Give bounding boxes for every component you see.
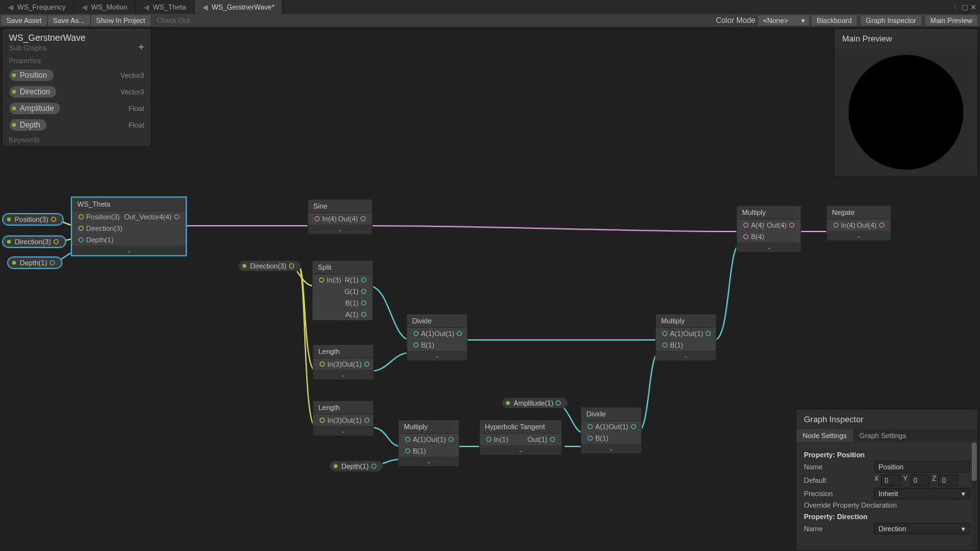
token-position[interactable]: Position(3) — [3, 214, 63, 225]
node-sine[interactable]: Sine In(4)Out(4) ⌄ — [308, 199, 373, 235]
node-negate[interactable]: Negate In(4)Out(4) ⌄ — [826, 205, 891, 241]
property-position[interactable]: PositionVector3 — [3, 67, 151, 84]
toolbar: Save Asset Save As... Show In Project Ch… — [0, 14, 980, 27]
main-preview-panel[interactable]: Main Preview — [834, 28, 978, 177]
blackboard-subtitle: Sub Graphs — [9, 44, 144, 52]
color-mode-dropdown[interactable]: <None> — [758, 15, 809, 26]
name2-field[interactable]: Direction — [874, 523, 970, 534]
name-field[interactable]: Position — [874, 461, 970, 473]
main-preview-title: Main Preview — [835, 29, 977, 48]
tab-gerstner[interactable]: ⫷WS_GerstnerWave* — [195, 0, 283, 14]
tab-frequency[interactable]: ⫷WS_Frequency — [0, 0, 74, 14]
node-length2[interactable]: Length In(3)Out(1) ⌄ — [313, 400, 374, 436]
property-direction[interactable]: DirectionVector3 — [3, 84, 151, 100]
color-mode-label: Color Mode — [716, 16, 755, 25]
property-amplitude[interactable]: AmplitudeFloat — [3, 100, 151, 117]
token-direction[interactable]: Direction(3) — [3, 236, 66, 247]
chevron-down-icon[interactable]: ⌄ — [737, 242, 801, 252]
properties-section: Properties — [3, 54, 151, 67]
default-y-field[interactable]: 0 — [910, 474, 930, 486]
token-direction2[interactable]: Direction(3) — [238, 260, 301, 272]
inspector-scrollbar[interactable] — [972, 443, 977, 549]
chevron-down-icon[interactable]: ⌄ — [827, 231, 891, 240]
inspector-title: Graph Inspector — [796, 409, 977, 429]
blackboard-panel[interactable]: WS_GerstnerWave Sub Graphs + Properties … — [2, 28, 151, 147]
menu-icon[interactable]: ⋮ — [952, 3, 959, 11]
save-asset-button[interactable]: Save Asset — [1, 15, 47, 26]
node-multiply3[interactable]: Multiply A(1)Out(1) B(1) ⌄ — [655, 314, 716, 361]
node-divide2[interactable]: Divide A(1)Out(1) B(1) ⌄ — [581, 407, 642, 454]
property-position-header: Property: Position — [804, 451, 970, 459]
chevron-down-icon[interactable]: ⌄ — [72, 246, 186, 255]
node-multiply-top[interactable]: Multiply A(4)Out(4) B(4) ⌄ — [736, 205, 801, 253]
chevron-down-icon[interactable]: ⌄ — [407, 351, 467, 360]
token-amplitude[interactable]: Amplitude(1) — [501, 397, 568, 409]
window-controls: ⋮ ▢ ✕ — [952, 0, 980, 14]
default-z-field[interactable]: 0 — [939, 474, 958, 486]
chevron-down-icon[interactable]: ⌄ — [656, 351, 716, 360]
precision-dropdown[interactable]: Inherit — [874, 488, 970, 499]
tab-theta[interactable]: ⫷WS_Theta — [136, 0, 195, 14]
graph-icon: ⫷ — [8, 4, 14, 10]
property-direction-header: Property: Direction — [804, 513, 970, 520]
property-depth[interactable]: DepthFloat — [3, 117, 151, 133]
node-divide1[interactable]: Divide A(1)Out(1) B(1) ⌄ — [406, 314, 468, 361]
graph-inspector-button[interactable]: Graph Inspector — [861, 15, 921, 26]
chevron-down-icon[interactable]: ⌄ — [308, 224, 372, 234]
chevron-down-icon[interactable]: ⌄ — [480, 445, 561, 455]
graph-inspector-panel[interactable]: Graph Inspector Node Settings Graph Sett… — [796, 409, 978, 551]
chevron-down-icon[interactable]: ⌄ — [399, 457, 459, 466]
keywords-section: Keywords — [3, 133, 151, 146]
show-in-project-button[interactable]: Show In Project — [91, 15, 151, 26]
node-length1[interactable]: Length In(3)Out(1) ⌄ — [313, 344, 374, 380]
node-ws-theta[interactable]: WS_Theta Position(3)Out_Vector4(4) Direc… — [71, 197, 186, 256]
token-depth2[interactable]: Depth(1) — [329, 460, 383, 472]
save-as-button[interactable]: Save As... — [48, 15, 90, 26]
chevron-down-icon[interactable]: ⌄ — [313, 426, 373, 436]
check-out-button: Check Out — [152, 15, 195, 26]
graph-icon: ⫷ — [144, 4, 150, 10]
tab-graph-settings[interactable]: Graph Settings — [853, 429, 912, 442]
main-preview-button[interactable]: Main Preview — [925, 15, 977, 26]
node-multiply1[interactable]: Multiply A(1)Out(1) B(1) ⌄ — [398, 420, 459, 467]
preview-sphere[interactable] — [849, 55, 963, 170]
tab-bar: ⫷WS_Frequency ⫷WS_Motion ⫷WS_Theta ⫷WS_G… — [0, 0, 980, 14]
add-property-button[interactable]: + — [138, 41, 144, 53]
close-icon[interactable]: ✕ — [970, 3, 976, 11]
chevron-down-icon[interactable]: ⌄ — [313, 370, 373, 379]
default-x-field[interactable]: 0 — [881, 474, 900, 486]
node-hyperbolic-tangent[interactable]: Hyperbolic Tangent In(1)Out(1) ⌄ — [479, 420, 562, 455]
node-split[interactable]: Split In(3)R(1) G(1) B(1) A(1) — [312, 260, 373, 321]
blackboard-title: WS_GerstnerWave — [9, 33, 144, 43]
blackboard-button[interactable]: Blackboard — [812, 15, 857, 26]
token-depth[interactable]: Depth(1) — [8, 257, 62, 268]
tab-node-settings[interactable]: Node Settings — [796, 429, 853, 442]
tab-motion[interactable]: ⫷WS_Motion — [74, 0, 136, 14]
maximize-icon[interactable]: ▢ — [961, 3, 968, 11]
graph-icon: ⫷ — [202, 4, 209, 10]
chevron-down-icon[interactable]: ⌄ — [581, 444, 641, 453]
graph-icon: ⫷ — [82, 4, 88, 10]
